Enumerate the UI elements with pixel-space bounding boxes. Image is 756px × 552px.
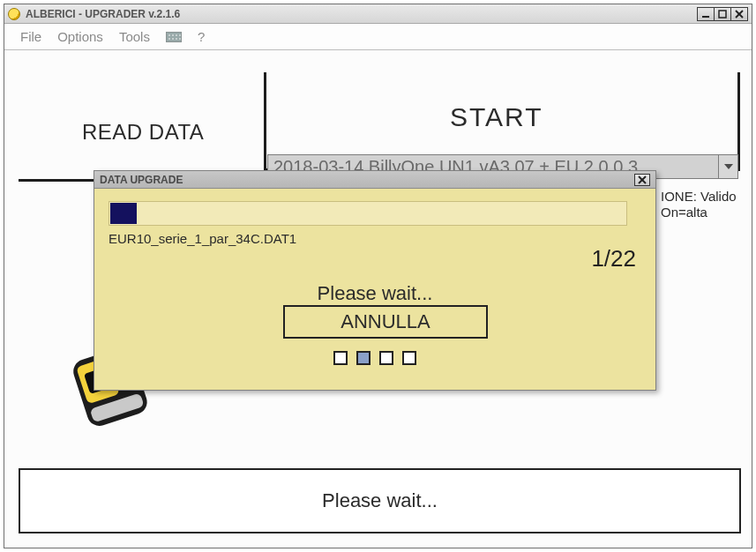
menu-help[interactable]: ? <box>198 29 205 44</box>
language-flag-icon[interactable] <box>166 32 182 42</box>
peripheral-status: IONE: Valido On=alta <box>661 189 737 220</box>
progress-fill <box>110 203 137 224</box>
cancel-button[interactable]: ANNULLA <box>283 305 488 339</box>
stage-indicators <box>94 351 655 365</box>
data-upgrade-dialog: DATA UPGRADE EUR10_serie_1_par_34C.DAT1 … <box>94 170 656 391</box>
dialog-titlebar: DATA UPGRADE <box>94 171 655 189</box>
maximize-button[interactable] <box>714 7 731 21</box>
menubar: File Options Tools ? <box>4 24 752 50</box>
stage-indicator-2 <box>356 351 371 365</box>
dialog-body: EUR10_serie_1_par_34C.DAT1 1/22 Please w… <box>94 189 655 390</box>
status-line-1: IONE: Valido <box>661 189 737 205</box>
chevron-down-icon[interactable] <box>718 155 737 178</box>
start-button[interactable]: START <box>450 102 543 132</box>
menu-options[interactable]: Options <box>57 29 103 44</box>
bottom-status-text: Please wait... <box>322 489 438 512</box>
window-title: ALBERICI - UPGRADER v.2.1.6 <box>26 8 698 20</box>
svg-rect-1 <box>719 11 726 18</box>
please-wait-label: Please wait... <box>94 282 655 305</box>
window-controls <box>698 7 748 21</box>
read-data-button[interactable]: READ DATA <box>82 120 204 145</box>
current-file-label: EUR10_serie_1_par_34C.DAT1 <box>109 231 641 246</box>
status-line-2: On=alta <box>661 205 737 220</box>
menu-file[interactable]: File <box>20 29 41 44</box>
menu-tools[interactable]: Tools <box>119 29 150 44</box>
titlebar: ALBERICI - UPGRADER v.2.1.6 <box>4 4 752 24</box>
dialog-title: DATA UPGRADE <box>100 174 634 186</box>
stage-indicator-1 <box>333 351 348 365</box>
minimize-button[interactable] <box>697 7 715 21</box>
stage-indicator-3 <box>379 351 393 365</box>
cancel-button-label: ANNULLA <box>341 310 430 333</box>
close-button[interactable] <box>730 7 748 21</box>
stage-indicator-4 <box>402 351 416 365</box>
step-counter: 1/22 <box>591 245 636 272</box>
bottom-status-panel: Please wait... <box>19 468 741 533</box>
app-icon <box>8 8 20 20</box>
dialog-close-button[interactable] <box>634 174 650 186</box>
progress-bar <box>109 201 627 226</box>
